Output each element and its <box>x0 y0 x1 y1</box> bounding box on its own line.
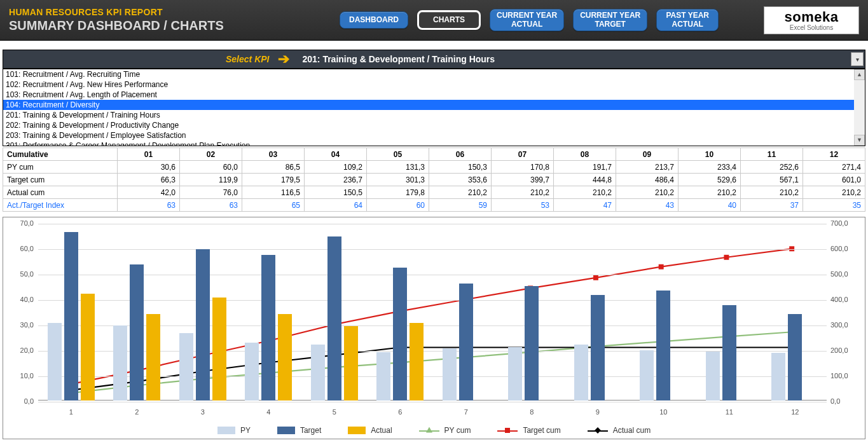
table-col-header: 08 <box>554 148 616 161</box>
x-tick: 6 <box>398 408 402 416</box>
table-cell: 301,3 <box>367 174 429 186</box>
kpi-option[interactable]: 104: Recruitment / Diversity <box>3 100 865 110</box>
kpi-option[interactable]: 301: Performance & Career Management / D… <box>3 140 865 146</box>
y-right-tick: 300,0 <box>830 321 861 329</box>
table-col-header: 07 <box>492 148 554 161</box>
chart-bar <box>393 268 407 400</box>
table-cell: 150,3 <box>429 161 492 174</box>
legend-py-label: PY <box>240 426 251 435</box>
table-cell: 486,4 <box>616 174 679 186</box>
y-right-tick: 100,0 <box>830 372 861 380</box>
table-cell: 109,2 <box>305 161 367 174</box>
kpi-option[interactable]: 202: Training & Development / Productivi… <box>3 120 865 130</box>
y-left-tick: 70,0 <box>7 219 34 227</box>
chart-bar <box>656 291 670 400</box>
table-cell: 210,2 <box>554 186 616 199</box>
table-cell: 213,7 <box>616 161 679 174</box>
chart-bar <box>311 345 325 400</box>
y-left-tick: 0,0 <box>7 397 34 405</box>
legend-actual-label: Actual <box>371 426 392 435</box>
table-cell: 191,7 <box>554 161 616 174</box>
table-cell: 40 <box>679 199 741 212</box>
x-tick: 2 <box>135 408 139 416</box>
gridline <box>38 402 827 402</box>
nav-dashboard[interactable]: DASHBOARD <box>340 11 408 29</box>
legend-pycum: PY cum <box>419 426 471 435</box>
scroll-down-icon[interactable]: ▼ <box>854 135 865 146</box>
chart-bar <box>212 298 226 400</box>
nav-charts[interactable]: CHARTS <box>417 10 481 31</box>
logo-sub: Excel Solutions <box>790 24 833 31</box>
chart-bar <box>48 323 62 400</box>
table-cell: 37 <box>741 199 803 212</box>
gridline <box>38 300 827 301</box>
gridline <box>38 224 827 224</box>
table-cell: 529,6 <box>679 174 741 186</box>
table-cell: 59 <box>429 199 492 212</box>
scroll-track[interactable] <box>854 80 865 135</box>
x-tick: 11 <box>726 408 733 416</box>
kpi-option[interactable]: 101: Recruitment / Avg. Recruiting Time <box>3 69 865 79</box>
table-cell: 116,5 <box>242 186 305 199</box>
nav-py-actual-label: PAST YEARACTUAL <box>666 11 709 29</box>
nav-cy-actual-label: CURRENT YEARACTUAL <box>497 11 557 29</box>
nav-cy-target-label: CURRENT YEARTARGET <box>580 11 640 29</box>
legend-actualcum: Actual cum <box>588 426 651 435</box>
kpi-dropdown-list[interactable]: 101: Recruitment / Avg. Recruiting Time1… <box>3 69 865 146</box>
x-tick: 5 <box>333 408 336 416</box>
table-cell: 66,3 <box>118 174 180 186</box>
x-tick: 12 <box>791 408 799 416</box>
x-tick: 3 <box>201 408 205 416</box>
table-cell: 63 <box>118 199 180 212</box>
kpi-option[interactable]: 201: Training & Development / Training H… <box>3 110 865 120</box>
table-col-header: 02 <box>180 148 242 161</box>
kpi-dropdown-button[interactable]: ▾ <box>851 52 864 66</box>
table-col-header: 10 <box>679 148 741 161</box>
kpi-option[interactable]: 103: Recruitment / Avg. Length of Placem… <box>3 90 865 100</box>
dropdown-scrollbar[interactable]: ▲▼ <box>854 69 865 146</box>
chart-bar <box>591 295 605 400</box>
legend-pycum-label: PY cum <box>444 426 471 435</box>
chart-bar <box>574 345 588 400</box>
chart-bar <box>788 314 802 400</box>
table-cell: 179,5 <box>242 174 305 186</box>
y-right-tick: 400,0 <box>830 296 861 303</box>
nav-cy-actual[interactable]: CURRENT YEARACTUAL <box>490 9 564 32</box>
y-right-tick: 200,0 <box>830 346 861 354</box>
table-cell: 236,7 <box>305 174 367 186</box>
chart-bar <box>81 294 95 400</box>
table-row-header: Actual cum <box>3 186 118 199</box>
legend-actualcum-label: Actual cum <box>613 426 651 435</box>
chart-bar <box>376 352 390 400</box>
chart-bar <box>459 284 473 400</box>
nav-py-actual[interactable]: PAST YEARACTUAL <box>656 9 719 32</box>
table-cell: 86,5 <box>242 161 305 174</box>
nav-cy-target[interactable]: CURRENT YEARTARGET <box>573 9 647 32</box>
chart-marker <box>593 275 598 280</box>
table-col-header: 06 <box>429 148 492 161</box>
table-cell: 60 <box>367 199 429 212</box>
page-title: SUMMARY DASHBOARD / CHARTS <box>9 18 340 33</box>
cumulative-table: Cumulative010203040506070809101112 PY cu… <box>3 147 865 212</box>
y-right-tick: 0,0 <box>830 397 861 405</box>
kpi-option[interactable]: 203: Training & Development / Employee S… <box>3 130 865 140</box>
table-cell: 271,4 <box>803 161 865 174</box>
table-cell: 210,2 <box>741 186 803 199</box>
y-right-tick: 500,0 <box>830 270 861 278</box>
kpi-select-bar[interactable]: Select KPI ➔ 201: Training & Development… <box>3 50 865 69</box>
kpi-option[interactable]: 102: Recruitment / Avg. New Hires Perfor… <box>3 79 865 90</box>
chart-bar <box>410 323 424 400</box>
chart-legend: PY Target Actual PY cum Target cum Actua… <box>3 426 865 435</box>
table-col-header: 04 <box>305 148 367 161</box>
table-col-header: 09 <box>616 148 679 161</box>
table-cell: 131,3 <box>367 161 429 174</box>
scroll-up-icon[interactable]: ▲ <box>854 69 865 80</box>
table-corner: Cumulative <box>3 148 118 161</box>
chart-bar <box>64 232 78 400</box>
y-right-tick: 700,0 <box>830 219 861 227</box>
table-cell: 63 <box>180 199 242 212</box>
table-cell: 53 <box>492 199 554 212</box>
table-col-header: 05 <box>367 148 429 161</box>
table-cell: 150,5 <box>305 186 367 199</box>
table-col-header: 03 <box>242 148 305 161</box>
